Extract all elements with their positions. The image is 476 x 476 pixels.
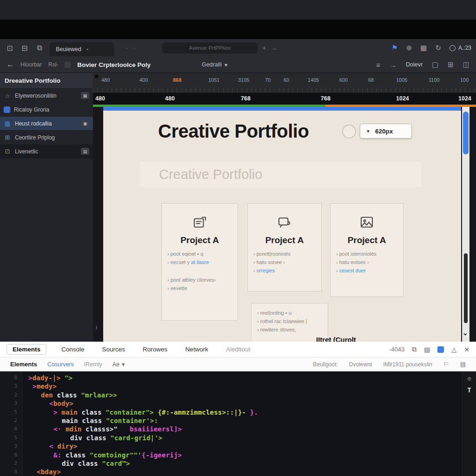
device-dropdown[interactable]: Gedralli ▾ — [202, 61, 227, 68]
code-token: "container"> — [106, 409, 154, 416]
clock-text: A.:23 — [458, 45, 471, 51]
card-link[interactable]: cesest duer — [339, 268, 366, 273]
devtools-tab-aledltout[interactable]: Aledltout — [223, 344, 253, 354]
project-card-2[interactable]: Project A › porett|roonioés › hatu sonee… — [247, 203, 322, 291]
status-label-2: Dvolewnt — [349, 361, 372, 368]
scrollbar-thumb-blue[interactable] — [463, 112, 469, 154]
card-line: › porett|roonioés — [253, 251, 316, 257]
bookmark-flag-icon[interactable]: ⚑ — [391, 44, 397, 52]
breadcrumb-a[interactable]: Hloorbar — [20, 61, 42, 68]
code-line[interactable]: den class "mrlaar>> — [24, 391, 462, 399]
card-link[interactable]: orregies — [257, 268, 275, 273]
devtools-tab-rorowes[interactable]: Rorowes — [140, 344, 170, 354]
card-line: › rewitere stoves, — [257, 327, 322, 332]
inspect-mode-icon[interactable]: ■ — [437, 346, 444, 353]
sidebar-item-2[interactable]: ▥ Heust rodcallia ▣ — [0, 117, 93, 131]
code-line[interactable]: div class "card™> — [24, 459, 462, 468]
system-clock: A.:23 — [450, 45, 471, 51]
code-token: > — [33, 383, 37, 390]
devtools-tab-console[interactable]: Console — [59, 344, 87, 354]
breadcrumb-b[interactable]: Rsl- — [48, 61, 58, 68]
project-card-3[interactable]: Project A › poot isteroniolés › hatu eot… — [330, 203, 403, 297]
window-icon-1[interactable]: ⊡ — [5, 44, 15, 53]
window-icon-2[interactable]: ⊟ — [20, 44, 30, 53]
window-icon-3[interactable]: ⧉ — [34, 44, 45, 52]
sidebar-item-4[interactable]: ⊡ Livenetlic ▤ — [0, 145, 93, 159]
breakpoint-label[interactable]: 768 — [241, 95, 251, 102]
menu-icon[interactable]: ≡ — [376, 61, 380, 69]
subtab-iremly[interactable]: IRemly — [84, 361, 102, 368]
close-icon[interactable]: ✕ — [464, 346, 469, 353]
code-line[interactable]: <bdаy> — [24, 468, 462, 476]
project-card-1[interactable]: Project A › poot eqioet ▪ q › eecset y a… — [161, 203, 238, 321]
grid-icon[interactable]: ▦ — [420, 44, 427, 52]
browser-tab[interactable]: Beuiewed ◔ — [49, 42, 114, 56]
dock-icon[interactable]: ▤ — [424, 346, 430, 353]
code-line[interactable]: <· mdin classs>" bsaiiieersl]> — [24, 425, 462, 433]
devtools-tab-elements[interactable]: Elements — [7, 344, 46, 355]
console-drawer-icon[interactable]: △ — [451, 346, 456, 353]
new-tab-button[interactable]: + — [262, 44, 266, 52]
breakpoint-label[interactable]: 1024 — [458, 95, 471, 102]
code-line[interactable]: &: class "comtoingr""'{-igeerij> — [24, 451, 462, 459]
code-token: > — [28, 374, 33, 382]
selection-highlight-bar — [103, 107, 461, 111]
card-link[interactable]: at ilasre — [191, 259, 209, 265]
code-line[interactable]: >dady-|> "> — [24, 374, 462, 382]
devtools-tab-network[interactable]: Network — [182, 344, 211, 354]
back-button[interactable]: ← — [7, 60, 14, 69]
circle-placeholder[interactable] — [342, 125, 356, 139]
code-line[interactable]: < diry> — [24, 442, 462, 450]
scrollbar-thumb-dark[interactable] — [464, 253, 468, 323]
layout-grid-icon[interactable]: ⊞ — [448, 60, 454, 69]
tab-forward-icon[interactable]: → — [271, 44, 277, 52]
sidebar-item-0[interactable]: ⌂ Elyewerosonilitin ▦ — [0, 89, 93, 103]
devtools-tab-sources[interactable]: Sources — [99, 344, 128, 354]
breakpoint-label[interactable]: 480 — [95, 95, 105, 102]
code-token: "card™> — [102, 460, 130, 467]
code-token: {-igeerij> — [142, 451, 182, 459]
code-token: mdin — [66, 425, 86, 433]
scroll-down-arrow-icon[interactable]: ⌄ — [463, 329, 468, 337]
ruler-tick-label: 1100 — [429, 77, 440, 83]
page-title: Bovier Crpterloolce Poly — [77, 61, 151, 68]
card-line: › eecset y at ilasre — [167, 259, 232, 265]
forward-icon[interactable]: → — [390, 61, 397, 69]
breakpoint-label[interactable]: 1024 — [396, 95, 409, 102]
code-line[interactable]: <body> — [24, 399, 462, 408]
device-toolbar-icon[interactable]: ⧉ — [412, 345, 416, 353]
code-line[interactable]: >medy> — [24, 382, 462, 390]
code-line[interactable]: div class "card-grid|'> — [24, 434, 462, 442]
maximize-icon[interactable]: ▢ — [432, 60, 438, 69]
code-line[interactable]: main class "container'>: — [24, 416, 462, 425]
subtab-elements[interactable]: Elements — [10, 361, 37, 368]
text-tool-icon[interactable]: T — [467, 386, 471, 394]
document-icon: ▥ — [4, 120, 11, 127]
status-label-1: Beullgoot: — [313, 361, 337, 368]
code-token: body> — [53, 400, 73, 407]
target-icon[interactable]: ◎ — [468, 375, 471, 382]
ruler: 4804008681051310570601405600681005110010… — [93, 73, 476, 93]
code-line[interactable]: > main class "container"> {#:-ammzimmcle… — [24, 408, 462, 416]
sidebar-item-1[interactable]: ■ Ricaloy Groria — [0, 103, 93, 117]
rows-icon[interactable]: ▤ — [460, 361, 466, 368]
url-bar[interactable]: Avenue PrtPPlvor — [162, 42, 258, 53]
flag-icon[interactable]: ⚐ — [443, 361, 449, 368]
device-dropdown-label: Gedralli — [202, 61, 222, 68]
breakpoint-label[interactable]: 480 — [165, 95, 175, 102]
viewport-width-select[interactable]: ▼ 620px — [360, 124, 412, 139]
frame-icon: ⊡ — [4, 148, 11, 155]
subtab-ae-dropdown[interactable]: Ae ▾ — [112, 361, 125, 368]
globe-icon[interactable]: ⊕ — [406, 44, 412, 52]
refresh-icon[interactable]: ↻ — [435, 44, 441, 52]
breakpoint-label[interactable]: 768 — [321, 95, 331, 102]
ruler-tick-label: 1005 — [396, 77, 407, 83]
line-number: 8 — [14, 468, 17, 476]
sidebar-item-3[interactable]: ⊞ Ceortlire Prlplog — [0, 131, 93, 145]
code-token: diry> — [57, 443, 77, 450]
subtab-cosurvers[interactable]: Cosurvers — [47, 361, 74, 368]
blue-square-icon: ■ — [4, 106, 10, 113]
vertical-scrollbar[interactable]: ⌄ — [462, 107, 469, 342]
code-side-rail: ◎ T — [462, 371, 476, 476]
panel-icon[interactable]: ◫ — [463, 60, 469, 69]
